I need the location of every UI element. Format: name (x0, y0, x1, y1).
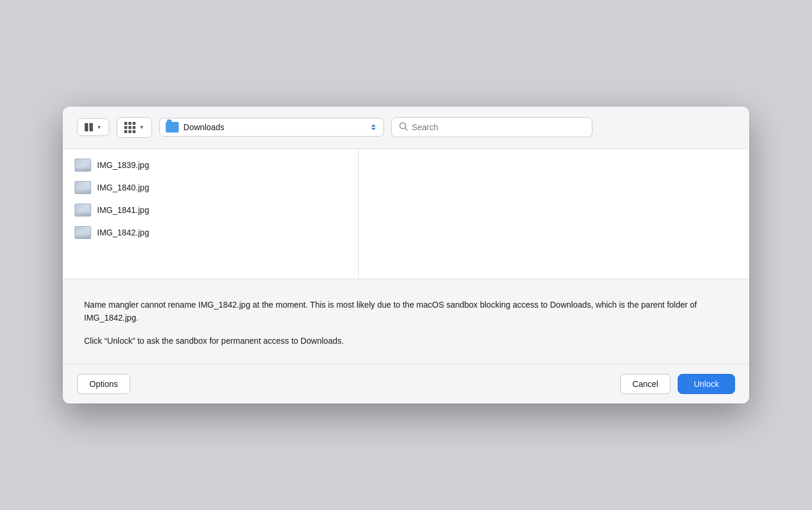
unlock-button[interactable]: Unlock (678, 374, 735, 394)
right-buttons: Cancel Unlock (620, 374, 735, 394)
search-bar (391, 117, 592, 137)
svg-line-1 (405, 128, 407, 131)
options-button[interactable]: Options (77, 374, 130, 394)
file-area: IMG_1839.jpg IMG_1840.jpg IMG_1841.jpg I… (63, 149, 749, 279)
list-item[interactable]: IMG_1839.jpg (63, 154, 358, 176)
stepper-arrows-icon (369, 122, 378, 132)
list-item[interactable]: IMG_1842.jpg (63, 221, 358, 244)
grid-chevron-icon: ▼ (139, 124, 144, 130)
columns-view-button[interactable]: ▼ (77, 118, 109, 136)
search-icon (399, 122, 408, 133)
file-thumbnail (75, 159, 91, 172)
message-area: Name mangler cannot rename IMG_1842.jpg … (63, 279, 749, 364)
preview-pane (359, 149, 749, 279)
message-line1: Name mangler cannot rename IMG_1842.jpg … (84, 298, 728, 325)
columns-icon (85, 123, 93, 131)
columns-chevron-icon: ▼ (96, 124, 102, 130)
file-thumbnail (75, 204, 91, 217)
file-name: IMG_1842.jpg (97, 228, 149, 237)
file-thumbnail (75, 181, 91, 194)
file-name: IMG_1841.jpg (97, 205, 149, 215)
folder-icon (166, 122, 179, 133)
file-name: IMG_1840.jpg (97, 183, 149, 192)
file-name: IMG_1839.jpg (97, 160, 149, 170)
location-text: Downloads (183, 122, 365, 132)
file-thumbnail (75, 226, 91, 239)
dialog-window: ▼ ▼ Downloads (63, 106, 749, 404)
message-body: Name mangler cannot rename IMG_1842.jpg … (84, 298, 728, 347)
location-stepper[interactable] (369, 122, 378, 132)
grid-view-button[interactable]: ▼ (117, 117, 152, 138)
grid-icon (124, 122, 136, 133)
message-line2: Click “Unlock” to ask the sandbox for pe… (84, 334, 728, 347)
cancel-button[interactable]: Cancel (620, 374, 671, 394)
toolbar: ▼ ▼ Downloads (63, 106, 749, 149)
list-item[interactable]: IMG_1840.jpg (63, 176, 358, 199)
location-bar: Downloads (159, 118, 384, 137)
list-item[interactable]: IMG_1841.jpg (63, 199, 358, 221)
search-input[interactable] (412, 122, 585, 132)
button-bar: Options Cancel Unlock (63, 364, 749, 404)
file-list: IMG_1839.jpg IMG_1840.jpg IMG_1841.jpg I… (63, 149, 359, 279)
